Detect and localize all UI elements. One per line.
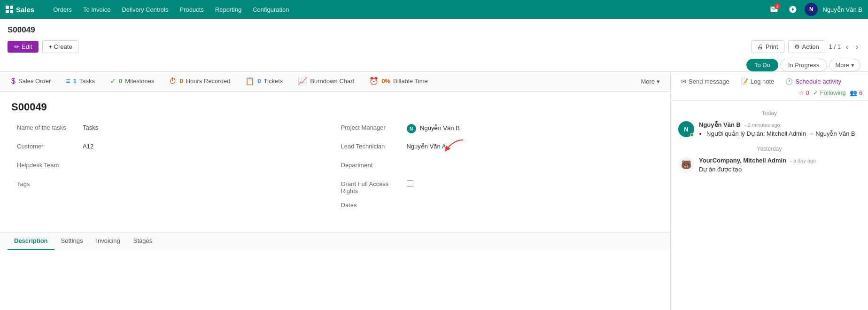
msg-author: Nguyễn Văn B <box>699 121 741 128</box>
main-layout: $ Sales Order ≡ 1 Tasks ✓ 0 Milestones ⏱… <box>0 72 868 310</box>
form-row-customer: Customer A12 <box>17 141 330 155</box>
label-lead-technician: Lead Technician <box>341 141 407 150</box>
message-item: N Nguyễn Văn B - 2 minutes ago Người quả… <box>678 121 860 138</box>
form-row-access-rights: Grant Full Access Rights <box>341 179 654 194</box>
access-rights-checkbox[interactable] <box>407 180 413 187</box>
chatter-messages: Today N Nguyễn Văn B - 2 minutes ago Ngư… <box>671 101 868 310</box>
milestones-count: 0 <box>119 78 122 85</box>
value-customer[interactable]: A12 <box>83 141 330 150</box>
print-button[interactable]: 🖨 Print <box>751 40 784 53</box>
star-count[interactable]: ☆ 0 <box>798 89 809 96</box>
toolbar: ✏ Edit + Create 🖨 Print ⚙ Action 1 / 1 ‹… <box>8 38 860 56</box>
form-row-project-manager: Project Manager N Nguyễn Văn B <box>341 123 654 136</box>
stat-label-burndown: Burndown Chart <box>310 78 354 85</box>
form-right: Project Manager N Nguyễn Văn B Lead Tech… <box>335 123 659 213</box>
tasks-icon: ≡ <box>66 77 70 85</box>
value-task-name[interactable]: Tasks <box>83 123 330 131</box>
company-avatar: 🐻 <box>678 157 694 173</box>
grid-icon <box>6 6 13 13</box>
settings-button[interactable] <box>786 2 800 16</box>
next-page-button[interactable]: › <box>853 42 860 52</box>
stat-tab-hours[interactable]: ⏱ 0 Hours Recorded <box>162 72 238 91</box>
value-dates[interactable] <box>407 200 654 202</box>
chatter-panel: ✉ Send message 📝 Log note 🕐 Schedule act… <box>671 72 868 310</box>
menu-delivery-controls[interactable]: Delivery Controls <box>117 4 173 15</box>
tab-description[interactable]: Description <box>8 232 54 250</box>
people-icon: 👥 <box>850 89 857 96</box>
app-logo[interactable]: Sales <box>6 6 43 14</box>
schedule-activity-button[interactable]: 🕐 Schedule activity <box>781 76 846 87</box>
hours-count: 0 <box>179 78 183 85</box>
stat-tab-sales-order[interactable]: $ Sales Order <box>4 72 58 91</box>
value-access-rights[interactable] <box>407 179 654 188</box>
stat-tab-tickets[interactable]: 📋 0 Tickets <box>238 72 290 91</box>
notification-badge: 2 <box>774 3 780 9</box>
msg-header: Nguyễn Văn B - 2 minutes ago <box>699 121 860 128</box>
status-todo[interactable]: To Do <box>746 59 778 71</box>
tab-navigation: Description Settings Invoicing Stages <box>0 232 670 250</box>
following-button[interactable]: ✓ Following <box>813 89 846 96</box>
msg-content-company: Dự án được tạo <box>699 166 860 173</box>
tab-stages[interactable]: Stages <box>127 232 159 250</box>
send-message-button[interactable]: ✉ Send message <box>676 76 734 87</box>
value-tags[interactable] <box>83 179 330 180</box>
stat-tab-tasks[interactable]: ≡ 1 Tasks <box>58 72 102 91</box>
stat-label-tickets: Tickets <box>264 78 283 85</box>
follower-count[interactable]: 👥 6 <box>850 89 862 96</box>
edit-icon: ✏ <box>14 43 19 50</box>
milestone-icon: ✓ <box>110 77 116 85</box>
record-title: S00049 <box>8 23 860 38</box>
app-name: Sales <box>16 6 34 14</box>
prev-page-button[interactable]: ‹ <box>844 42 851 52</box>
tasks-count: 1 <box>73 78 77 85</box>
more-label: More <box>641 78 655 85</box>
action-button[interactable]: ⚙ Action <box>788 40 825 53</box>
form-row-task-name: Name of the tasks Tasks <box>17 123 330 136</box>
msg-body: Nguyễn Văn B - 2 minutes ago Người quản … <box>699 121 860 138</box>
message-item-yesterday: 🐻 YourCompany, Mitchell Admin - a day ag… <box>678 157 860 173</box>
tab-settings[interactable]: Settings <box>54 232 90 250</box>
stat-label-milestones: Milestones <box>125 78 154 85</box>
menu-reporting[interactable]: Reporting <box>210 4 246 15</box>
user-name[interactable]: Nguyễn Văn B <box>822 6 862 13</box>
billable-pct: 0% <box>381 78 390 85</box>
dollar-icon: $ <box>11 77 16 85</box>
value-project-manager[interactable]: N Nguyễn Văn B <box>407 123 654 133</box>
top-navigation: Sales Orders To Invoice Delivery Control… <box>0 0 868 19</box>
msg-header-yesterday: YourCompany, Mitchell Admin - a day ago <box>699 157 860 164</box>
form-left: Name of the tasks Tasks Customer A12 Hel… <box>11 123 335 219</box>
form-row-dates: Dates <box>341 200 654 213</box>
value-department[interactable] <box>407 160 654 162</box>
status-in-progress[interactable]: In Progress <box>780 59 827 71</box>
label-project-manager: Project Manager <box>341 123 407 131</box>
log-note-button[interactable]: 📝 Log note <box>736 76 779 87</box>
value-lead-technician[interactable]: Nguyễn Văn A <box>407 141 654 150</box>
notifications-button[interactable]: 2 <box>767 2 781 16</box>
menu-configuration[interactable]: Configuration <box>248 4 294 15</box>
online-indicator <box>690 133 694 137</box>
stat-tab-billable[interactable]: ⏰ 0% Billable Time <box>362 72 435 91</box>
edit-button[interactable]: ✏ Edit <box>8 41 39 53</box>
calendar-icon: 🕐 <box>785 78 793 85</box>
day-separator-yesterday: Yesterday <box>678 146 860 152</box>
menu-orders[interactable]: Orders <box>48 4 77 15</box>
create-button[interactable]: + Create <box>42 40 78 53</box>
msg-time-company: - a day ago <box>790 158 816 163</box>
form-row-department: Department <box>341 160 654 173</box>
msg-author-company: YourCompany, Mitchell Admin <box>699 157 786 164</box>
tab-invoicing[interactable]: Invoicing <box>90 232 127 250</box>
menu-to-invoice[interactable]: To Invoice <box>78 4 116 15</box>
status-bar: To Do In Progress More ▾ <box>8 56 860 71</box>
top-menu: Orders To Invoice Delivery Controls Prod… <box>48 4 767 15</box>
stat-tab-more[interactable]: More ▾ <box>634 74 666 89</box>
stat-tab-milestones[interactable]: ✓ 0 Milestones <box>102 72 162 91</box>
note-icon: 📝 <box>741 78 748 85</box>
message-icon: ✉ <box>681 78 686 85</box>
menu-products[interactable]: Products <box>175 4 208 15</box>
value-helpdesk[interactable] <box>83 160 330 162</box>
page-header: S00049 ✏ Edit + Create 🖨 Print ⚙ Action … <box>0 19 868 72</box>
status-more[interactable]: More ▾ <box>829 59 860 71</box>
stat-tab-burndown[interactable]: 📈 Burndown Chart <box>290 72 362 91</box>
chatter-actions: ✉ Send message 📝 Log note 🕐 Schedule act… <box>671 72 868 101</box>
print-icon: 🖨 <box>757 43 763 50</box>
